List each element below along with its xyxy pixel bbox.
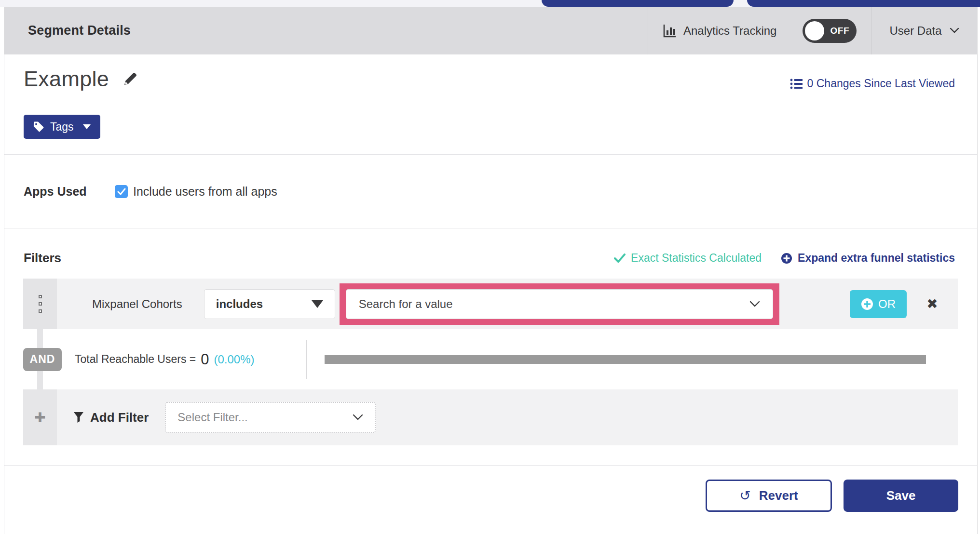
or-button-label: OR <box>878 297 896 311</box>
section-divider <box>4 465 977 466</box>
exact-statistics-status: Exact Statistics Calculated <box>614 252 762 265</box>
add-or-condition-button[interactable]: OR <box>850 290 907 318</box>
filter-field-label: Mixpanel Cohorts <box>92 297 182 311</box>
undo-icon: ↺ <box>739 488 750 504</box>
revert-button[interactable]: ↺ Revert <box>706 480 832 512</box>
changes-since-last-viewed-link[interactable]: 0 Changes Since Last Viewed <box>790 77 955 90</box>
bar-chart-icon <box>663 24 677 38</box>
reachable-users-summary: Total Reachable Users = 0 (0.00%) <box>75 351 255 368</box>
analytics-tracking-label: Analytics Tracking <box>683 24 776 38</box>
value-select-highlight: Search for a value <box>340 283 779 325</box>
caret-down-icon <box>82 124 91 130</box>
changes-link-label: 0 Changes Since Last Viewed <box>807 77 955 90</box>
toggle-knob <box>805 21 824 40</box>
include-all-apps-checkbox[interactable] <box>115 185 128 198</box>
analytics-tracking-section: Analytics Tracking OFF <box>648 7 871 54</box>
operator-value: includes <box>216 297 263 311</box>
filters-heading: Filters <box>24 251 61 266</box>
reachable-users-zone: AND Total Reachable Users = 0 (0.00%) <box>23 329 958 389</box>
expand-funnel-statistics-label: Expand extra funnel statistics <box>798 252 955 265</box>
card-left-edge <box>4 7 4 534</box>
add-filter-plus-handle[interactable]: ✚ <box>23 389 57 445</box>
card-right-edge <box>977 7 978 534</box>
exact-statistics-label: Exact Statistics Calculated <box>631 252 762 265</box>
page-title: Segment Details <box>28 23 131 38</box>
user-data-dropdown[interactable]: User Data <box>871 7 977 54</box>
revert-button-label: Revert <box>759 488 798 503</box>
check-icon <box>614 254 626 263</box>
save-button[interactable]: Save <box>844 480 958 512</box>
chevron-down-icon <box>950 27 959 34</box>
header-actions: Analytics Tracking OFF User Data <box>648 7 977 54</box>
value-search-select[interactable]: Search for a value <box>346 289 773 319</box>
vertical-divider <box>306 340 307 379</box>
plus-circle-icon <box>861 298 873 310</box>
select-filter-placeholder: Select Filter... <box>177 411 247 424</box>
add-filter-label-group: Add Filter <box>73 410 149 425</box>
chevron-down-icon <box>749 301 760 307</box>
section-divider <box>4 154 977 155</box>
chevron-down-icon <box>353 414 363 421</box>
reachable-users-label: Total Reachable Users = <box>75 353 196 366</box>
reachable-users-percent: (0.00%) <box>214 353 254 366</box>
select-filter-dropdown[interactable]: Select Filter... <box>165 402 376 433</box>
filter-row: Mixpanel Cohorts includes Search for a v… <box>23 279 958 329</box>
drag-handle[interactable] <box>23 279 57 329</box>
user-data-label: User Data <box>889 24 941 38</box>
apps-used-label: Apps Used <box>24 185 115 199</box>
top-strip <box>0 0 980 7</box>
apps-used-row: Apps Used Include users from all apps <box>24 185 277 199</box>
edit-pencil-icon[interactable] <box>122 70 139 88</box>
remove-filter-icon[interactable]: ✖ <box>907 296 958 312</box>
include-all-apps-label: Include users from all apps <box>133 185 277 199</box>
drag-dot-icon <box>39 309 42 313</box>
footer-actions: ↺ Revert Save <box>706 480 958 512</box>
panel-header: Segment Details Analytics Tracking OFF U… <box>4 7 977 54</box>
reachable-users-value: 0 <box>201 351 209 368</box>
clipped-nav-pill-right[interactable] <box>747 0 980 7</box>
add-filter-label: Add Filter <box>90 410 149 425</box>
value-select-placeholder: Search for a value <box>359 297 453 311</box>
segment-details-page: Segment Details Analytics Tracking OFF U… <box>0 0 980 534</box>
analytics-tracking-toggle[interactable]: OFF <box>803 19 857 43</box>
section-divider <box>4 228 977 228</box>
funnel-icon <box>73 412 84 423</box>
changelog-list-icon <box>790 78 803 90</box>
caret-down-icon <box>312 300 323 308</box>
expand-funnel-statistics-link[interactable]: Expand extra funnel statistics <box>781 252 955 265</box>
drag-dot-icon <box>39 295 42 298</box>
segment-name: Example <box>24 67 109 92</box>
filters-stats-row: Exact Statistics Calculated Expand extra… <box>614 252 955 265</box>
plus-circle-icon <box>781 253 792 264</box>
clipped-nav-pill-left[interactable] <box>542 0 734 7</box>
save-button-label: Save <box>886 488 916 503</box>
drag-dot-icon <box>39 302 42 306</box>
reachable-users-bar <box>325 355 926 364</box>
tags-button-label: Tags <box>50 120 74 134</box>
add-filter-row: ✚ Add Filter Select Filter... <box>23 389 958 445</box>
tag-icon <box>33 121 44 133</box>
plus-icon: ✚ <box>34 410 45 426</box>
operator-select[interactable]: includes <box>204 289 335 319</box>
toggle-state-label: OFF <box>830 19 850 43</box>
and-conjunction-badge: AND <box>23 348 62 371</box>
segment-name-row: Example <box>24 67 139 92</box>
tags-button[interactable]: Tags <box>24 115 100 139</box>
